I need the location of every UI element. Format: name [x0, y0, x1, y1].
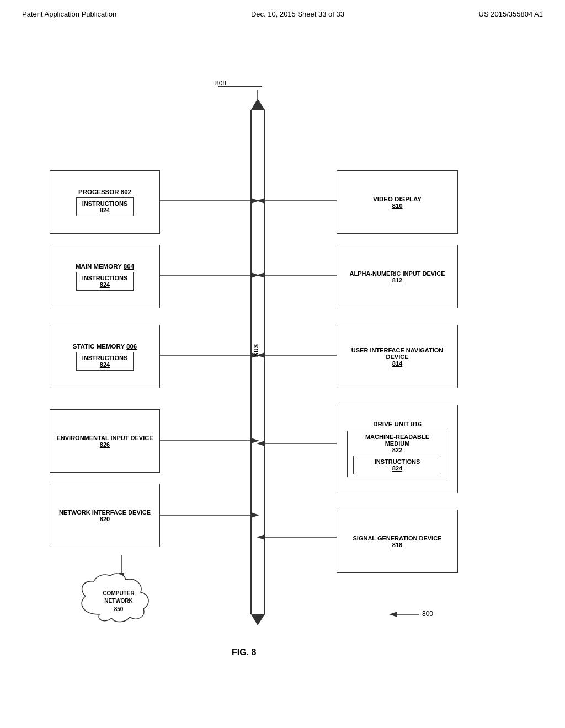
label-800: 800	[422, 610, 433, 618]
computer-network-cloud: COMPUTER NETWORK 850	[66, 573, 171, 628]
drive-unit-title: DRIVE UNIT 816	[373, 421, 422, 427]
main-memory-box: MAIN MEMORY 804 INSTRUCTIONS 824	[50, 245, 160, 308]
bus-label: BUS	[253, 344, 259, 357]
static-memory-box: STATIC MEMORY 806 INSTRUCTIONS 824	[50, 325, 160, 388]
header-center: Dec. 10, 2015 Sheet 33 of 33	[251, 10, 344, 18]
diagram-container: 808 BUS PROCESSOR 802 INSTRUCTIONS 824 M…	[0, 24, 565, 708]
drive-unit-inner1: MACHINE-READABLE MEDIUM 822 INSTRUCTIONS…	[347, 431, 447, 477]
user-interface-nav-box: USER INTERFACE NAVIGATION DEVICE 814	[337, 325, 458, 388]
processor-title: PROCESSOR 802	[78, 189, 131, 195]
header-right: US 2015/355804 A1	[479, 10, 543, 18]
static-memory-inner: INSTRUCTIONS 824	[76, 352, 134, 371]
main-memory-title: MAIN MEMORY 804	[76, 263, 134, 270]
signal-generation-box: SIGNAL GENERATION DEVICE 818	[337, 510, 458, 573]
svg-text:850: 850	[114, 606, 124, 612]
environmental-input-title: ENVIRONMENTAL INPUT DEVICE 826	[57, 435, 153, 448]
svg-marker-21	[257, 198, 265, 204]
svg-marker-3	[251, 614, 265, 625]
video-display-box: VIDEO DISPLAY 810	[337, 170, 458, 234]
svg-marker-18	[251, 512, 259, 518]
svg-marker-15	[251, 438, 259, 443]
static-memory-title: STATIC MEMORY 806	[73, 343, 137, 350]
svg-marker-2	[251, 99, 265, 110]
svg-marker-38	[389, 612, 397, 617]
header-left: Patent Application Publication	[22, 10, 116, 18]
processor-box: PROCESSOR 802 INSTRUCTIONS 824	[50, 170, 160, 234]
svg-text:COMPUTER: COMPUTER	[103, 590, 135, 596]
drive-unit-box: DRIVE UNIT 816 MACHINE-READABLE MEDIUM 8…	[337, 405, 458, 493]
environmental-input-box: ENVIRONMENTAL INPUT DEVICE 826	[50, 409, 160, 473]
main-memory-inner: INSTRUCTIONS 824	[76, 272, 134, 291]
video-display-title: VIDEO DISPLAY 810	[373, 196, 422, 209]
figure-label: FIG. 8	[232, 647, 256, 657]
alpha-numeric-title: ALPHA-NUMERIC INPUT DEVICE 812	[350, 270, 445, 283]
page-header: Patent Application Publication Dec. 10, …	[0, 0, 565, 24]
svg-text:NETWORK: NETWORK	[104, 598, 133, 604]
svg-marker-6	[251, 198, 259, 204]
svg-marker-24	[257, 272, 265, 278]
processor-inner: INSTRUCTIONS 824	[76, 197, 134, 216]
alpha-numeric-box: ALPHA-NUMERIC INPUT DEVICE 812	[337, 245, 458, 308]
signal-generation-title: SIGNAL GENERATION DEVICE 818	[353, 535, 442, 548]
user-interface-nav-title: USER INTERFACE NAVIGATION DEVICE 814	[340, 347, 454, 367]
drive-unit-inner2: INSTRUCTIONS 824	[353, 456, 441, 474]
network-interface-box: NETWORK INTERFACE DEVICE 820	[50, 484, 160, 547]
network-interface-title: NETWORK INTERFACE DEVICE 820	[59, 509, 151, 522]
svg-marker-9	[251, 272, 259, 278]
svg-marker-30	[257, 441, 265, 446]
svg-marker-33	[257, 534, 265, 540]
